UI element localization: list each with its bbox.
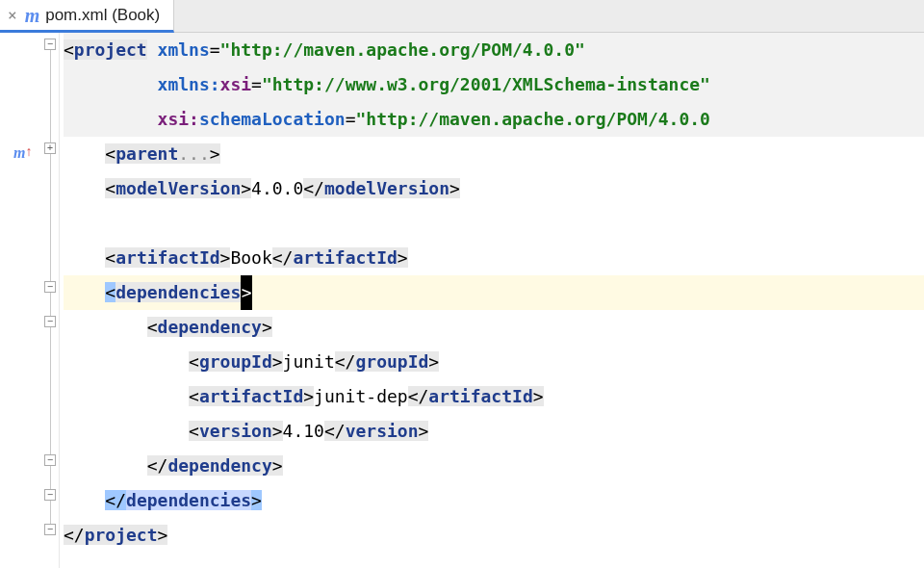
close-icon[interactable]: ×	[8, 8, 17, 23]
code-line[interactable]: <version>4.10</version>	[64, 414, 924, 449]
maven-gutter-icon[interactable]: m↑	[13, 144, 32, 162]
code-line[interactable]: <dependency>	[64, 310, 924, 345]
code-line[interactable]	[64, 206, 924, 241]
editor[interactable]: m↑ − + − − − − − <project xmlns="http://…	[0, 33, 924, 568]
tab-label: pom.xml (Book)	[45, 6, 160, 25]
icon-gutter: m↑	[0, 33, 42, 568]
editor-tab[interactable]: × m pom.xml (Book)	[0, 0, 174, 33]
code-line[interactable]: <artifactId>Book</artifactId>	[64, 241, 924, 275]
fold-toggle[interactable]: −	[44, 454, 56, 466]
code-line[interactable]: </dependencies>	[64, 483, 924, 518]
fold-toggle[interactable]: −	[44, 39, 56, 50]
code-line[interactable]: <modelVersion>4.0.0</modelVersion>	[64, 171, 924, 206]
code-line[interactable]: <artifactId>junit-dep</artifactId>	[64, 379, 924, 414]
code-line[interactable]: <groupId>junit</groupId>	[64, 345, 924, 379]
fold-toggle[interactable]: +	[44, 142, 56, 154]
code-line[interactable]: xmlns:xsi="http://www.w3.org/2001/XMLSch…	[64, 67, 924, 102]
fold-toggle[interactable]: −	[44, 316, 56, 327]
fold-gutter: − + − − − − −	[42, 33, 60, 568]
tab-bar: × m pom.xml (Book)	[0, 0, 924, 33]
fold-toggle[interactable]: −	[44, 281, 56, 293]
maven-icon: m	[25, 6, 40, 25]
code-line[interactable]: </project>	[64, 518, 924, 553]
code-line[interactable]: </dependency>	[64, 449, 924, 483]
code-line[interactable]: <project xmlns="http://maven.apache.org/…	[64, 33, 924, 67]
code-line[interactable]: <parent...>	[64, 137, 924, 171]
text-caret: >	[241, 275, 252, 310]
code-area[interactable]: <project xmlns="http://maven.apache.org/…	[60, 33, 924, 568]
code-line[interactable]: xsi:schemaLocation="http://maven.apache.…	[64, 102, 924, 137]
code-line[interactable]: <dependencies>	[64, 275, 924, 310]
fold-toggle[interactable]: −	[44, 524, 56, 535]
fold-toggle[interactable]: −	[44, 489, 56, 501]
